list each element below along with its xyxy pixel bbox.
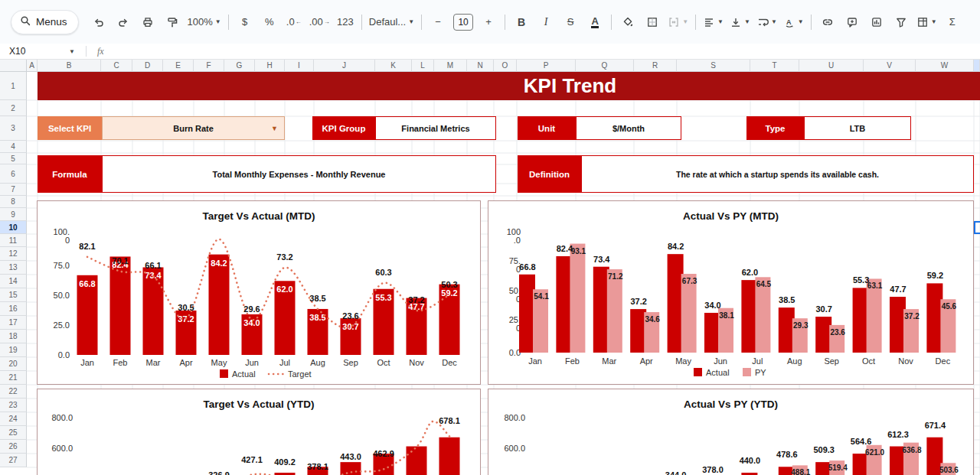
increase-decimals-button[interactable]: .00→ <box>307 12 332 32</box>
actual-bar-Feb <box>556 256 572 353</box>
redo-icon[interactable] <box>112 12 135 32</box>
row-header-17[interactable]: 17 <box>0 316 27 330</box>
text-wrap-icon[interactable]: ▼ <box>754 12 779 32</box>
chart-actual-vs-py-ytd: Actual Vs PY (YTD)800.0600.0344.0378.044… <box>488 389 974 475</box>
row-header-20[interactable]: 20 <box>0 357 27 371</box>
kpi-select-dropdown[interactable]: Burn Rate ▼ <box>102 116 285 140</box>
row-header-13[interactable]: 13 <box>0 261 27 275</box>
col-header-T[interactable]: T <box>750 60 799 72</box>
svg-text:29.6: 29.6 <box>243 304 260 314</box>
row-header-19[interactable]: 19 <box>0 343 27 357</box>
svg-text:612.3: 612.3 <box>887 430 909 439</box>
fill-color-icon[interactable] <box>616 12 639 32</box>
col-header-K[interactable]: K <box>375 60 412 72</box>
col-header-M[interactable]: M <box>434 60 467 72</box>
col-header-N[interactable]: N <box>467 60 494 72</box>
col-header-A[interactable]: A <box>27 60 38 72</box>
row-header-26[interactable]: 26 <box>0 440 27 454</box>
col-header-P[interactable]: P <box>517 60 576 72</box>
paint-format-icon[interactable] <box>161 12 184 32</box>
select-all-corner[interactable] <box>0 60 27 72</box>
vertical-align-icon[interactable]: ▼ <box>727 12 753 32</box>
svg-text:800.0: 800.0 <box>51 413 73 422</box>
row-header-12[interactable]: 12 <box>0 247 27 261</box>
col-header-O[interactable]: O <box>494 60 517 72</box>
col-header-U[interactable]: U <box>799 60 864 72</box>
col-header-D[interactable]: D <box>132 60 163 72</box>
col-header-Q[interactable]: Q <box>576 60 634 72</box>
col-header-C[interactable]: C <box>101 60 132 72</box>
svg-text:30.7: 30.7 <box>815 304 831 314</box>
text-rotation-icon[interactable]: A▼ <box>781 12 806 32</box>
more-formats-button[interactable]: 123 <box>334 12 357 32</box>
divider <box>86 46 87 57</box>
col-header-I[interactable]: I <box>285 60 314 72</box>
col-header-R[interactable]: R <box>634 60 677 72</box>
row-header-10[interactable]: 10 <box>0 221 27 234</box>
col-header-F[interactable]: F <box>194 60 224 72</box>
toolbar-separator <box>228 15 229 30</box>
col-header-L[interactable]: L <box>412 60 434 72</box>
row-header-24[interactable]: 24 <box>0 412 27 426</box>
svg-text:62.0: 62.0 <box>742 268 758 277</box>
row-header-3[interactable]: 3 <box>0 116 27 141</box>
zoom-select[interactable]: 100%▼ <box>185 12 224 32</box>
row-header-22[interactable]: 22 <box>0 385 27 399</box>
insert-comment-icon[interactable] <box>841 12 864 32</box>
col-header-B[interactable]: B <box>38 60 101 72</box>
decrease-font-size-button[interactable]: − <box>426 12 449 32</box>
font-size-input[interactable]: 10 <box>451 12 475 32</box>
selected-cell-x10[interactable] <box>974 221 980 234</box>
format-percent-button[interactable]: % <box>258 12 281 32</box>
row-header-5[interactable]: 5 <box>0 153 27 164</box>
italic-button[interactable]: I <box>534 12 557 32</box>
col-header-S[interactable]: S <box>677 60 750 72</box>
undo-icon[interactable] <box>87 12 110 32</box>
toolbar-separator <box>421 15 422 30</box>
name-box[interactable]: X10 ▼ <box>0 46 81 57</box>
row-header-6[interactable]: 6 <box>0 164 27 184</box>
col-header-V[interactable]: V <box>864 60 916 72</box>
row-header-23[interactable]: 23 <box>0 399 27 412</box>
formula-value: Total Monthly Expenses - Monthly Revenue <box>102 155 496 193</box>
row-header-14[interactable]: 14 <box>0 275 27 288</box>
functions-button[interactable]: Σ <box>941 12 964 32</box>
col-header-H[interactable]: H <box>255 60 285 72</box>
row-header-21[interactable]: 21 <box>0 371 27 385</box>
row-header-25[interactable]: 25 <box>0 426 27 440</box>
svg-text:23.6: 23.6 <box>342 311 358 320</box>
insert-chart-icon[interactable] <box>865 12 888 32</box>
col-header-E[interactable]: E <box>163 60 194 72</box>
svg-text:0.0: 0.0 <box>509 348 521 357</box>
row-header-27[interactable]: 27 <box>0 454 27 467</box>
col-header-J[interactable]: J <box>314 60 375 72</box>
insert-link-icon[interactable] <box>816 12 839 32</box>
menus-button[interactable]: Menus <box>11 10 79 34</box>
row-header-8[interactable]: 8 <box>0 196 27 208</box>
create-filter-icon[interactable] <box>890 12 913 32</box>
row-header-2[interactable]: 2 <box>0 100 27 116</box>
row-header-9[interactable]: 9 <box>0 208 27 221</box>
increase-font-size-button[interactable]: + <box>477 12 500 32</box>
col-header-W[interactable]: W <box>916 60 974 72</box>
row-header-4[interactable]: 4 <box>0 141 27 153</box>
bold-button[interactable]: B <box>510 12 533 32</box>
row-header-1[interactable]: 1 <box>0 72 27 100</box>
table-icon[interactable]: ▼ <box>914 12 939 32</box>
text-color-button[interactable]: A <box>583 12 606 32</box>
format-currency-button[interactable]: $ <box>234 12 256 32</box>
merge-cells-icon[interactable]: ▼ <box>665 12 691 32</box>
row-header-15[interactable]: 15 <box>0 288 27 302</box>
row-header-18[interactable]: 18 <box>0 330 27 343</box>
horizontal-align-icon[interactable]: ▼ <box>701 12 726 32</box>
row-header-16[interactable]: 16 <box>0 302 27 316</box>
print-icon[interactable] <box>136 12 159 32</box>
decrease-decimals-button[interactable]: .0← <box>283 12 305 32</box>
row-header-7[interactable]: 7 <box>0 184 27 196</box>
borders-icon[interactable] <box>641 12 664 32</box>
col-header-G[interactable]: G <box>224 60 255 72</box>
row-header-11[interactable]: 11 <box>0 234 27 247</box>
strikethrough-button[interactable]: S <box>559 12 582 32</box>
font-select[interactable]: Defaul...▼ <box>367 12 416 32</box>
col-header-x-partial[interactable] <box>974 60 980 72</box>
